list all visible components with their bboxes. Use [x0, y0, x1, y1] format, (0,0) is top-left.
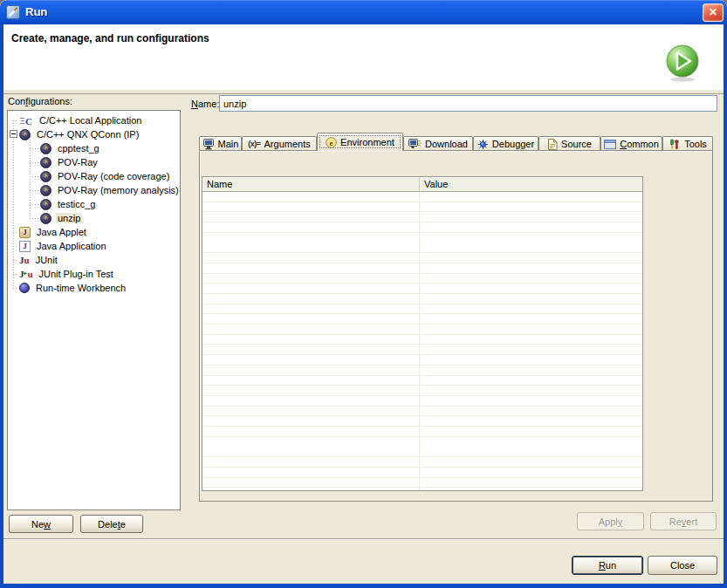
column-header-name[interactable]: Name	[202, 177, 420, 191]
tab-main[interactable]: Main	[199, 136, 242, 151]
tab-tools[interactable]: Tools	[662, 136, 713, 151]
source-tab-icon	[547, 139, 558, 150]
name-input[interactable]	[219, 95, 717, 112]
tree-item-java-applet[interactable]: J Java Applet	[8, 225, 180, 239]
tree-item-testicc-g[interactable]: ✳ testicc_g	[8, 197, 180, 211]
tree-item-unzip[interactable]: ✳ unzip	[8, 211, 180, 225]
junit-plugin-test-icon: J✦u	[19, 270, 33, 279]
tab-source[interactable]: Source	[538, 136, 600, 151]
main-tab-icon	[202, 139, 215, 150]
svg-text:e: e	[330, 138, 333, 147]
tree-item-junit-plugin-test[interactable]: J✦u JUnit Plug-in Test	[8, 267, 180, 281]
arguments-tab-icon: (x)=	[248, 140, 260, 148]
window-border-left	[0, 24, 3, 588]
new-configuration-button[interactable]: New	[9, 515, 73, 533]
qnx-config-icon: ✳	[40, 199, 51, 210]
tree-expander-minus[interactable]	[10, 130, 17, 138]
download-tab-icon	[408, 139, 422, 150]
window-title: Run	[25, 5, 47, 18]
qnx-config-icon: ✳	[40, 171, 51, 182]
common-tab-icon	[604, 140, 616, 149]
debugger-tab-icon	[477, 139, 489, 150]
run-play-icon	[664, 44, 701, 82]
tab-debugger[interactable]: Debugger	[473, 136, 538, 151]
runtime-workbench-icon	[19, 283, 30, 293]
table-header: Name Value	[202, 177, 642, 192]
tree-item-cpptest-g[interactable]: ✳ cpptest_g	[8, 141, 180, 155]
apply-button: Apply	[577, 512, 644, 530]
tab-common[interactable]: Common	[600, 136, 662, 151]
environment-variables-table[interactable]: Name Value	[202, 176, 643, 491]
tree-item-pov-ray[interactable]: ✳ POV-Ray	[8, 155, 180, 169]
table-body-empty[interactable]	[202, 192, 642, 490]
tools-tab-icon	[669, 139, 681, 150]
qnx-config-icon: ✳	[19, 129, 31, 140]
qnx-config-icon: ✳	[40, 157, 51, 168]
qnx-config-icon: ✳	[40, 185, 51, 196]
banner-message: Create, manage, and run configurations	[11, 32, 209, 44]
tree-item-pov-ray-memory-analysis[interactable]: ✳ POV-Ray (memory analysis)	[8, 183, 180, 197]
tree-item-runtime-workbench[interactable]: Run-time Workbench	[8, 281, 180, 295]
banner-separator	[3, 93, 724, 94]
configurations-tree[interactable]: C C/C++ Local Application ✳ C/C++ QNX QC…	[7, 110, 181, 510]
window-border-bottom	[0, 584, 727, 588]
close-button[interactable]: Close	[648, 556, 717, 575]
tree-item-cpp-local-application[interactable]: C C/C++ Local Application	[8, 113, 180, 127]
tab-download[interactable]: Download	[403, 136, 473, 151]
tab-environment[interactable]: e Environment	[317, 133, 403, 151]
footer-separator	[3, 538, 724, 540]
run-dialog-window: Run ✕ Create, manage, and run configurat…	[0, 0, 727, 588]
environment-tab-icon: e	[326, 137, 337, 148]
tree-item-junit[interactable]: Ju JUnit	[8, 253, 180, 267]
java-applet-icon: J	[19, 227, 31, 238]
junit-icon: Ju	[19, 256, 30, 265]
close-icon[interactable]: ✕	[703, 3, 724, 22]
qnx-config-icon: ✳	[40, 213, 51, 224]
name-label: Name:	[191, 99, 219, 109]
run-button[interactable]: Run	[572, 556, 643, 575]
java-application-icon: J	[19, 241, 31, 252]
configurations-label: Configurations:	[8, 96, 72, 106]
tree-item-java-application[interactable]: J Java Application	[8, 239, 180, 253]
qnx-config-icon: ✳	[40, 143, 51, 154]
column-header-value[interactable]: Value	[420, 177, 642, 191]
tree-item-pov-ray-code-coverage[interactable]: ✳ POV-Ray (code coverage)	[8, 169, 180, 183]
revert-button: Revert	[650, 512, 717, 530]
banner: Create, manage, and run configurations	[3, 24, 724, 90]
window-border-right	[724, 24, 727, 588]
tree-item-cpp-qnx-qconn[interactable]: ✳ C/C++ QNX QConn (IP)	[8, 127, 180, 141]
cpp-local-application-icon: C	[19, 115, 33, 126]
title-bar[interactable]: Run ✕	[0, 0, 727, 24]
tab-arguments[interactable]: (x)= Arguments	[242, 136, 317, 151]
run-dialog-icon	[6, 5, 20, 19]
svg-text:C: C	[25, 116, 32, 126]
delete-configuration-button[interactable]: Delete	[80, 515, 143, 533]
